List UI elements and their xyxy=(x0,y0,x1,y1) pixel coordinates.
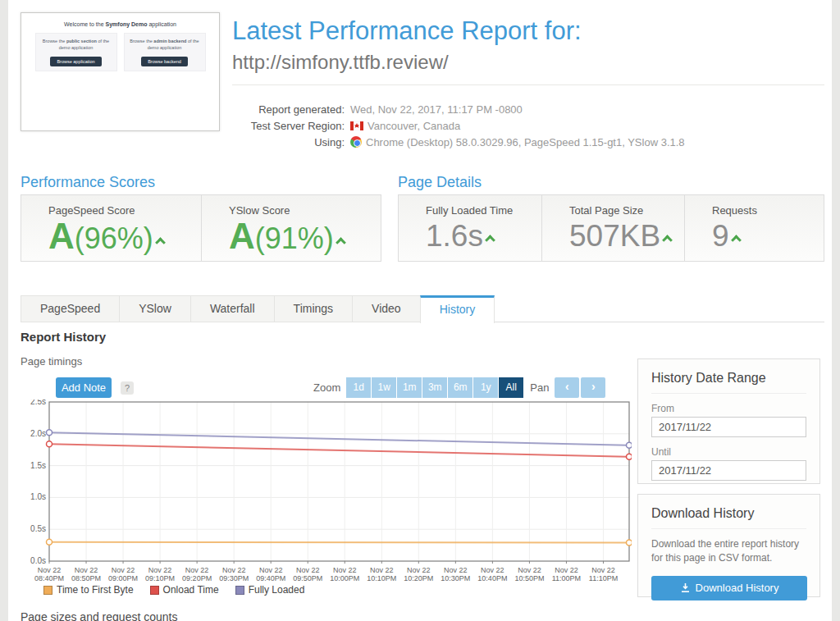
svg-text:Nov 22: Nov 22 xyxy=(38,566,62,574)
svg-text:Nov 22: Nov 22 xyxy=(333,566,357,574)
from-label: From xyxy=(651,403,806,414)
svg-text:2.5s: 2.5s xyxy=(30,400,46,406)
chart-legend: Time to First ByteOnload TimeFully Loade… xyxy=(43,584,304,596)
zoom-1d-button[interactable]: 1d xyxy=(346,377,371,398)
trend-up-icon xyxy=(336,237,346,248)
until-date-input[interactable] xyxy=(651,460,806,481)
svg-text:09:30PM: 09:30PM xyxy=(219,574,249,582)
zoom-1m-button[interactable]: 1m xyxy=(397,377,422,398)
svg-text:11:10PM: 11:10PM xyxy=(589,574,618,582)
zoom-3m-button[interactable]: 3m xyxy=(422,377,447,398)
svg-text:1.0s: 1.0s xyxy=(30,492,46,501)
tab-timings[interactable]: Timings xyxy=(274,295,354,322)
page-details-heading: Page Details xyxy=(398,174,482,191)
legend-label: Time to First Byte xyxy=(57,584,134,596)
svg-text:10:50PM: 10:50PM xyxy=(514,574,544,582)
svg-text:Nov 22: Nov 22 xyxy=(112,566,135,574)
download-history-panel: Download History Download the entire rep… xyxy=(637,494,820,597)
report-meta: Report generated: Wed, Nov 22, 2017, 11:… xyxy=(232,101,685,150)
meta-value: Wed, Nov 22, 2017, 11:17 PM -0800 xyxy=(350,103,523,116)
meta-value: Chrome (Desktop) 58.0.3029.96, PageSpeed… xyxy=(350,136,685,148)
legend-item-fully-loaded[interactable]: Fully Loaded xyxy=(235,584,305,596)
tab-waterfall[interactable]: Waterfall xyxy=(190,295,275,322)
pan-left-button[interactable]: ‹ xyxy=(555,377,579,398)
total-page-size-cell: Total Page Size 507KB xyxy=(541,195,684,261)
zoom-label: Zoom xyxy=(313,381,340,394)
legend-item-onload-time[interactable]: Onload Time xyxy=(150,584,219,596)
meta-row-generated: Report generated: Wed, Nov 22, 2017, 11:… xyxy=(232,101,685,117)
header-divider xyxy=(232,84,824,85)
tab-history[interactable]: History xyxy=(420,295,495,323)
requests-value[interactable]: 9 xyxy=(712,218,824,254)
page-screenshot-thumbnail[interactable]: Welcome to the Symfony Demo application … xyxy=(21,12,220,131)
report-page: Welcome to the Symfony Demo application … xyxy=(8,0,832,621)
svg-text:Nov 22: Nov 22 xyxy=(591,566,615,574)
svg-text:10:10PM: 10:10PM xyxy=(367,574,396,582)
legend-swatch-icon xyxy=(235,586,244,595)
svg-text:08:40PM: 08:40PM xyxy=(34,574,64,582)
legend-label: Onload Time xyxy=(163,584,219,596)
from-date-input[interactable] xyxy=(651,417,806,437)
report-tabs: PageSpeed YSlow Waterfall Timings Video … xyxy=(21,295,495,323)
svg-text:Nov 22: Nov 22 xyxy=(518,566,541,574)
meta-label: Test Server Region: xyxy=(232,120,345,132)
svg-text:Nov 22: Nov 22 xyxy=(185,566,209,574)
svg-text:09:50PM: 09:50PM xyxy=(293,574,322,582)
performance-scores-heading: Performance Scores xyxy=(21,174,155,191)
svg-text:10:20PM: 10:20PM xyxy=(404,574,433,582)
total-page-size-value[interactable]: 507KB xyxy=(569,218,684,254)
browser-text: Chrome (Desktop) 58.0.3029.96, PageSpeed… xyxy=(366,136,685,148)
download-history-button-label: Download History xyxy=(696,582,779,594)
zoom-pan-controls: Zoom 1d 1w 1m 3m 6m 1y All Pan ‹ › xyxy=(308,377,607,398)
requests-label: Requests xyxy=(712,204,824,217)
page-details-panel: Fully Loaded Time 1.6s Total Page Size 5… xyxy=(398,194,824,262)
svg-text:0.5s: 0.5s xyxy=(30,524,46,533)
download-history-description: Download the entire report history for t… xyxy=(651,537,806,566)
page-timings-svg[interactable]: 0.0s0.5s1.0s1.5s2.0s2.5sNov 2208:40PMNov… xyxy=(21,400,632,596)
history-date-range-heading: History Date Range xyxy=(651,371,806,394)
total-page-size-label: Total Page Size xyxy=(569,204,684,217)
report-url: http://simfony.ttfb.review/ xyxy=(232,51,449,74)
page-title: Latest Performance Report for: xyxy=(232,16,582,46)
pan-label: Pan xyxy=(530,381,549,394)
zoom-all-button[interactable]: All xyxy=(499,377,523,398)
meta-label: Report generated: xyxy=(232,103,345,116)
pagespeed-score-value[interactable]: A(96%) xyxy=(48,218,201,254)
tab-yslow[interactable]: YSlow xyxy=(119,295,191,322)
add-note-button[interactable]: Add Note xyxy=(56,377,112,398)
legend-swatch-icon xyxy=(43,586,52,595)
chrome-icon xyxy=(350,136,362,148)
tab-video[interactable]: Video xyxy=(352,295,421,322)
svg-text:10:40PM: 10:40PM xyxy=(477,574,507,582)
svg-text:08:50PM: 08:50PM xyxy=(71,574,101,582)
fully-loaded-time-cell: Fully Loaded Time 1.6s xyxy=(399,195,541,261)
pan-right-button[interactable]: › xyxy=(581,377,605,398)
legend-swatch-icon xyxy=(150,586,159,595)
svg-text:09:20PM: 09:20PM xyxy=(182,574,212,582)
svg-text:Nov 22: Nov 22 xyxy=(296,566,320,574)
tab-pagespeed[interactable]: PageSpeed xyxy=(21,295,120,322)
download-history-button[interactable]: Download History xyxy=(651,576,807,600)
trend-up-icon xyxy=(662,235,673,245)
svg-text:Nov 22: Nov 22 xyxy=(148,566,172,574)
fully-loaded-time-value[interactable]: 1.6s xyxy=(426,218,541,254)
zoom-6m-button[interactable]: 6m xyxy=(448,377,472,398)
yslow-score-value[interactable]: A(91%) xyxy=(229,218,381,254)
svg-text:Nov 22: Nov 22 xyxy=(555,566,578,574)
thumbnail-browse-backend-button: Browse backend xyxy=(141,57,188,66)
svg-text:0.0s: 0.0s xyxy=(30,556,46,565)
yslow-score-cell: YSlow Score A(91%) xyxy=(201,195,381,261)
legend-item-time-to-first-byte[interactable]: Time to First Byte xyxy=(43,584,134,596)
svg-text:Nov 22: Nov 22 xyxy=(481,566,504,574)
zoom-1y-button[interactable]: 1y xyxy=(473,377,498,398)
thumbnail-browse-application-button: Browse application xyxy=(50,57,101,66)
download-icon xyxy=(680,582,691,593)
zoom-1w-button[interactable]: 1w xyxy=(372,377,396,398)
svg-text:2.0s: 2.0s xyxy=(30,429,46,438)
report-history-heading: Report History xyxy=(21,330,106,344)
svg-text:Nov 22: Nov 22 xyxy=(75,566,98,574)
pagespeed-score-label: PageSpeed Score xyxy=(48,204,201,217)
help-icon[interactable]: ? xyxy=(121,381,134,395)
thumbnail-card: Browse the public section of the demo ap… xyxy=(35,33,117,71)
page-timings-chart[interactable]: 0.0s0.5s1.0s1.5s2.0s2.5sNov 2208:40PMNov… xyxy=(21,400,632,596)
